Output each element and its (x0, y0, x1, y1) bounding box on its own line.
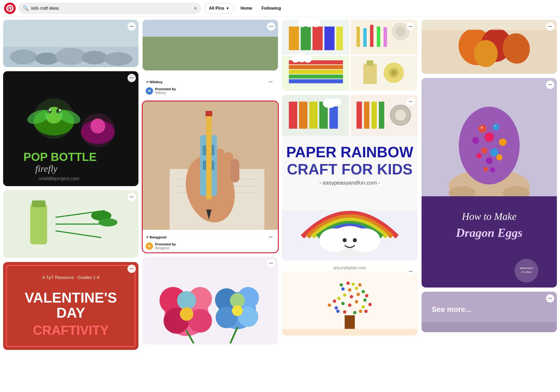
svg-point-4 (82, 51, 107, 64)
svg-point-196 (476, 153, 482, 159)
svg-text:A TpT Resource · Grades 1-4: A TpT Resource · Grades 1-4 (42, 275, 99, 280)
pin-image (422, 20, 557, 74)
pin-image: POP BOTTLE firefly onelittleproject.com (3, 71, 138, 186)
pin-image (282, 20, 417, 91)
promoted-info: Promoted by Banggood (155, 242, 176, 250)
pin-card[interactable]: ··· (422, 20, 557, 74)
svg-text:adventure: adventure (520, 266, 533, 270)
svg-point-149 (348, 304, 352, 307)
svg-point-169 (365, 294, 368, 297)
more-options-button[interactable]: ··· (266, 78, 275, 86)
pin-column-1: ··· (3, 20, 138, 350)
svg-rect-128 (364, 102, 370, 129)
svg-rect-64 (206, 199, 212, 210)
svg-point-191 (472, 137, 479, 144)
pin-card[interactable]: ··· (3, 190, 138, 258)
svg-point-194 (490, 148, 498, 156)
search-input[interactable] (31, 6, 191, 11)
pin-card[interactable]: POP BOTTLE firefly onelittleproject.com … (3, 71, 138, 186)
more-options-button[interactable]: ··· (128, 265, 136, 273)
pin-image (143, 101, 278, 230)
svg-point-73 (180, 307, 193, 321)
svg-rect-84 (289, 27, 299, 50)
svg-rect-93 (357, 27, 360, 47)
svg-rect-86 (313, 27, 323, 50)
svg-point-155 (357, 293, 360, 296)
pin-image: See more... (422, 292, 557, 332)
pin-grid-main: ··· (0, 17, 560, 353)
pin-image: artycraftykids.com (282, 265, 417, 336)
more-options-button[interactable]: ··· (406, 97, 415, 106)
svg-point-172 (343, 310, 346, 314)
pin-card[interactable]: A TpT Resource · Grades 1-4 VALENTINE'S … (3, 262, 138, 350)
more-options-button[interactable]: ··· (128, 193, 136, 201)
pin-card[interactable]: ··· (143, 257, 278, 344)
more-options-button[interactable]: ··· (406, 22, 415, 31)
svg-point-165 (352, 283, 355, 286)
pin-source: ↗ Banggood ··· (146, 233, 275, 241)
pin-card[interactable]: ··· (3, 20, 138, 67)
svg-rect-127 (357, 102, 362, 129)
svg-text:VALENTINE'S: VALENTINE'S (25, 290, 117, 306)
chevron-down-icon: ▼ (226, 6, 230, 10)
pin-image (3, 20, 138, 67)
svg-rect-55 (231, 159, 239, 182)
pin-card[interactable]: ··· (282, 20, 417, 91)
svg-rect-121 (309, 102, 318, 129)
pin-card[interactable]: How to Make Dragon Eggs adventure in a b… (422, 78, 557, 288)
svg-rect-111 (367, 60, 373, 66)
source-avatar: W (146, 87, 153, 95)
svg-rect-88 (336, 27, 343, 50)
svg-point-158 (333, 299, 336, 303)
svg-text:artycraftykids.com: artycraftykids.com (333, 266, 366, 270)
more-options-button[interactable]: ··· (546, 294, 554, 303)
svg-point-201 (495, 125, 496, 127)
more-options-button[interactable]: ··· (128, 22, 136, 31)
svg-point-193 (481, 148, 487, 154)
pin-column-3: ··· (282, 20, 417, 336)
highlighted-pin-card[interactable]: ↗ Banggood ··· B Promoted by Banggood (143, 101, 278, 252)
pinterest-logo[interactable] (4, 3, 16, 14)
promoted-pin-card[interactable]: ↗ Wikibuy ··· W Promoted by Wikibuy (143, 75, 278, 97)
all-pins-filter-button[interactable]: All Pins ▼ (204, 3, 234, 14)
more-options-button[interactable]: ··· (266, 233, 275, 241)
svg-point-5 (104, 52, 132, 66)
home-nav-link[interactable]: Home (238, 4, 255, 13)
svg-rect-120 (299, 102, 308, 129)
svg-point-3 (56, 48, 86, 65)
svg-text:DAY: DAY (56, 305, 85, 321)
more-options-button[interactable]: ··· (546, 81, 554, 89)
more-options-button[interactable]: ··· (128, 74, 136, 82)
svg-point-114 (391, 70, 397, 76)
more-options-button[interactable]: ··· (406, 267, 415, 276)
svg-rect-129 (371, 102, 377, 129)
following-nav-link[interactable]: Following (258, 4, 284, 13)
svg-point-195 (486, 158, 493, 164)
header: 🔍 × All Pins ▼ Home Following (0, 0, 560, 17)
pin-grid: ··· (3, 20, 557, 350)
promoted-source-link[interactable]: ↗ Banggood (146, 235, 264, 239)
svg-point-99 (396, 27, 406, 37)
promoted-label: Promoted by (155, 87, 176, 91)
promoted-source-link[interactable]: ↗ Wikibuy (146, 80, 264, 84)
pin-card[interactable]: PAPER RAINBOW CRAFT FOR KIDS - easypeasy… (282, 95, 417, 260)
more-options-button[interactable]: ··· (546, 22, 554, 31)
pin-image: A TpT Resource · Grades 1-4 VALENTINE'S … (3, 262, 138, 350)
pin-source: ↗ Wikibuy ··· (146, 78, 275, 86)
pin-image (143, 20, 278, 70)
pin-promoted-source: W Promoted by Wikibuy (146, 87, 275, 95)
more-options-button[interactable]: ··· (267, 259, 275, 267)
svg-point-30 (99, 218, 118, 226)
svg-point-197 (496, 154, 502, 160)
pin-card[interactable]: ··· (143, 20, 278, 70)
pin-card[interactable]: artycraftykids.com (282, 265, 417, 336)
svg-point-198 (483, 167, 488, 172)
svg-text:How to Make: How to Make (462, 211, 517, 222)
clear-search-button[interactable]: × (194, 6, 197, 11)
search-bar: 🔍 × (19, 3, 201, 14)
pin-card[interactable]: See more... ··· (422, 292, 557, 332)
svg-text:- easypeasyandfun.com -: - easypeasyandfun.com - (319, 180, 380, 186)
more-options-button[interactable]: ··· (267, 22, 275, 31)
pin-image (143, 257, 278, 344)
svg-point-125 (331, 98, 342, 106)
